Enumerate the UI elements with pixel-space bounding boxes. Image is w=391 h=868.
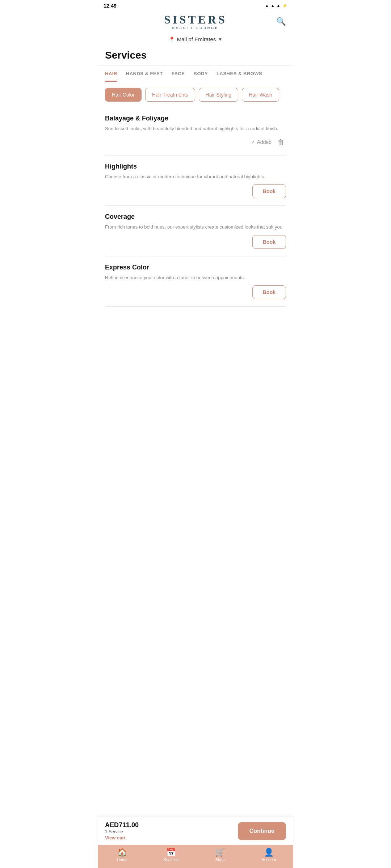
service-balayage-actions: ✓ Added 🗑 [105, 137, 286, 148]
trash-icon: 🗑 [277, 138, 285, 146]
tab-lashes-brows[interactable]: LASHES & BROWS [216, 66, 262, 82]
wifi-icon: ▲ [265, 3, 269, 8]
service-express-color: Express Color Refine & enhance your colo… [105, 256, 286, 307]
location-pin-icon: 📍 [169, 37, 175, 42]
service-express-color-desc: Refine & enhance your color with a toner… [105, 274, 286, 281]
services-list: Balayage & Foliyage Sun-kissed looks, wi… [98, 107, 293, 307]
tab-body[interactable]: BODY [194, 66, 208, 82]
category-tabs: HAIR HANDS & FEET FACE BODY LASHES & BRO… [98, 66, 293, 82]
signal-icon-2: ▲ [276, 3, 281, 8]
service-balayage-name: Balayage & Foliyage [105, 115, 286, 122]
service-highlights-desc: Choose from a classic or modern techniqu… [105, 173, 286, 180]
added-label: Added [257, 139, 272, 145]
search-icon: 🔍 [276, 17, 286, 26]
header: SISTERS BEAUTY LOUNGE 🔍 [98, 10, 293, 33]
added-badge: ✓ Added [251, 139, 272, 145]
pill-hair-wash[interactable]: Hair Wash [242, 88, 279, 102]
chevron-down-icon: ▼ [218, 37, 222, 42]
service-coverage-name: Coverage [105, 213, 286, 221]
service-coverage: Coverage From rich tones to bold hues, o… [105, 206, 286, 256]
signal-icon-1: ▲ [270, 3, 275, 8]
book-express-color-button[interactable]: Book [252, 285, 286, 299]
service-express-color-actions: Book [105, 285, 286, 299]
page-title: Services [98, 47, 293, 66]
tab-face[interactable]: FACE [172, 66, 185, 82]
status-bar: 12:49 ▲ ▲ ▲ ⚡ [98, 0, 293, 10]
brand-name: SISTERS [164, 14, 227, 25]
check-icon: ✓ [251, 139, 255, 145]
content-area: Services HAIR HANDS & FEET FACE BODY LAS… [98, 47, 293, 357]
brand-subtitle: BEAUTY LOUNGE [164, 26, 227, 30]
service-express-color-name: Express Color [105, 264, 286, 271]
battery-icon: ⚡ [282, 3, 287, 8]
service-balayage-desc: Sun-kissed looks, with beautifully blend… [105, 125, 286, 132]
book-coverage-button[interactable]: Book [252, 235, 286, 249]
service-highlights-name: Highlights [105, 163, 286, 170]
service-highlights-actions: Book [105, 184, 286, 198]
pill-hair-treatments[interactable]: Hair Treatments [145, 88, 195, 102]
book-highlights-button[interactable]: Book [252, 184, 286, 198]
location-selector[interactable]: 📍 Mall of Emirates ▼ [98, 33, 293, 47]
pill-hair-styling[interactable]: Hair Styling [199, 88, 239, 102]
service-highlights: Highlights Choose from a classic or mode… [105, 156, 286, 206]
tab-hands-feet[interactable]: HANDS & FEET [126, 66, 163, 82]
service-coverage-desc: From rich tones to bold hues, our expert… [105, 224, 286, 231]
app-logo: SISTERS BEAUTY LOUNGE [164, 14, 227, 30]
pill-hair-color[interactable]: Hair Color [105, 88, 142, 102]
status-time: 12:49 [104, 3, 117, 9]
location-name: Mall of Emirates [177, 36, 216, 42]
remove-balayage-button[interactable]: 🗑 [276, 137, 286, 148]
service-balayage: Balayage & Foliyage Sun-kissed looks, wi… [105, 107, 286, 156]
tab-hair[interactable]: HAIR [105, 66, 117, 82]
service-coverage-actions: Book [105, 235, 286, 249]
search-button[interactable]: 🔍 [276, 17, 286, 26]
subcategory-pills: Hair Color Hair Treatments Hair Styling … [98, 82, 293, 107]
status-icons: ▲ ▲ ▲ ⚡ [265, 3, 287, 8]
